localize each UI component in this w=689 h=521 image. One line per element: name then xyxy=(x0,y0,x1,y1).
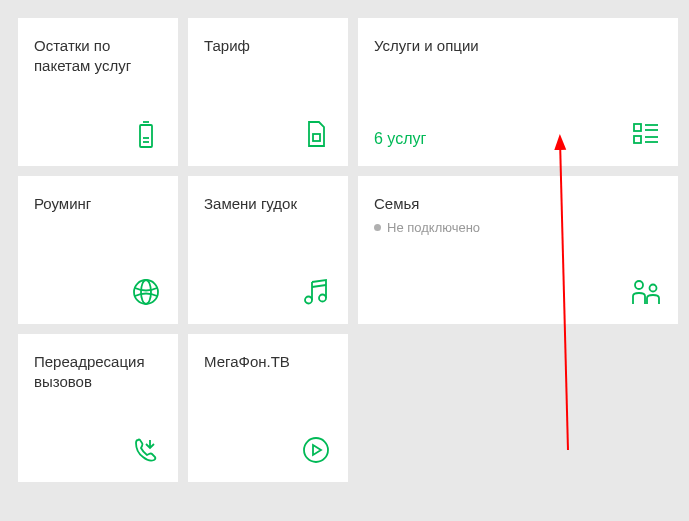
tile-tv[interactable]: МегаФон.ТВ xyxy=(188,334,348,482)
status-text: Не подключено xyxy=(387,220,480,235)
tile-value: 6 услуг xyxy=(374,130,426,148)
tile-title: Замени гудок xyxy=(204,194,332,214)
tile-title: Остатки по пакетам услуг xyxy=(34,36,162,75)
tile-balances[interactable]: Остатки по пакетам услуг xyxy=(18,18,178,166)
tile-title: Тариф xyxy=(204,36,332,56)
tile-status: Не подключено xyxy=(374,220,662,235)
svg-rect-0 xyxy=(140,125,152,147)
svg-point-12 xyxy=(141,280,151,304)
tile-title: Переадресация вызовов xyxy=(34,352,162,391)
tile-title: Роуминг xyxy=(34,194,162,214)
battery-icon xyxy=(130,118,162,150)
tile-grid: Остатки по пакетам услуг Тариф Услуги и … xyxy=(0,0,689,500)
svg-point-14 xyxy=(319,295,326,302)
tile-tariff[interactable]: Тариф xyxy=(188,18,348,166)
tile-title: Семья xyxy=(374,194,662,214)
status-dot-icon xyxy=(374,224,381,231)
svg-line-15 xyxy=(312,285,326,287)
phone-forward-icon xyxy=(130,434,162,466)
sim-icon xyxy=(300,118,332,150)
music-icon xyxy=(300,276,332,308)
tile-title: МегаФон.ТВ xyxy=(204,352,332,372)
svg-point-18 xyxy=(304,438,328,462)
tile-title: Услуги и опции xyxy=(374,36,662,56)
play-icon xyxy=(300,434,332,466)
people-icon xyxy=(630,276,662,308)
svg-rect-6 xyxy=(634,136,641,143)
tile-services[interactable]: Услуги и опции 6 услуг xyxy=(358,18,678,166)
list-icon xyxy=(630,118,662,150)
svg-point-16 xyxy=(635,281,643,289)
tile-roaming[interactable]: Роуминг xyxy=(18,176,178,324)
svg-point-17 xyxy=(650,285,657,292)
tile-ringtone[interactable]: Замени гудок xyxy=(188,176,348,324)
svg-point-13 xyxy=(305,297,312,304)
svg-rect-5 xyxy=(634,124,641,131)
svg-rect-4 xyxy=(313,134,320,141)
tile-forwarding[interactable]: Переадресация вызовов xyxy=(18,334,178,482)
globe-icon xyxy=(130,276,162,308)
svg-point-11 xyxy=(134,280,158,304)
tile-family[interactable]: Семья Не подключено xyxy=(358,176,678,324)
